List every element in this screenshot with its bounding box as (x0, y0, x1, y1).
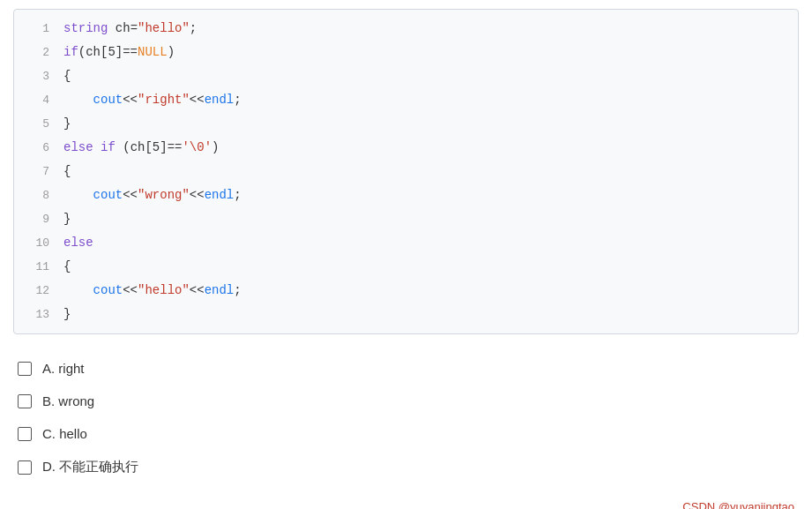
token-plain: { (63, 164, 71, 178)
line-content: } (63, 207, 71, 230)
token-plain: ) (168, 45, 175, 59)
code-line: 6else if (ch[5]=='\0') (14, 136, 798, 160)
token-null-kw: NULL (138, 45, 168, 59)
code-line: 9} (14, 207, 798, 231)
token-plain: ; (234, 283, 241, 297)
csdn-brand: CSDN @yuyanjingtao (682, 500, 794, 509)
token-plain: << (190, 93, 205, 107)
line-number: 10 (25, 232, 49, 255)
option-item-b[interactable]: B. wrong (18, 385, 794, 417)
line-content: cout<<"hello"<<endl; (63, 279, 242, 302)
token-plain: { (63, 69, 71, 83)
option-checkbox-d[interactable] (18, 460, 32, 475)
line-content: { (63, 64, 71, 87)
code-line: 12 cout<<"hello"<<endl; (14, 279, 798, 303)
token-char-lit: '\0' (182, 140, 212, 154)
token-plain: (ch[5]== (78, 45, 138, 59)
option-label-d: D. 不能正确执行 (42, 459, 138, 475)
line-number: 5 (25, 113, 49, 136)
line-content: { (63, 160, 71, 183)
token-plain: << (190, 188, 205, 202)
token-str: "wrong" (138, 188, 190, 202)
token-kw: else (63, 140, 93, 154)
token-plain: (ch[5]== (115, 140, 183, 154)
line-content: else (63, 231, 93, 254)
line-content: cout<<"wrong"<<endl; (63, 183, 242, 206)
token-plain: << (123, 283, 138, 297)
line-content: cout<<"right"<<endl; (63, 88, 242, 111)
line-content: } (63, 112, 71, 135)
token-plain (63, 93, 93, 107)
code-line: 3{ (14, 64, 798, 88)
token-endl-kw: endl (205, 93, 235, 107)
line-content: } (63, 303, 71, 326)
option-item-c[interactable]: C. hello (18, 417, 794, 450)
line-number: 7 (25, 161, 49, 183)
token-plain (63, 188, 93, 202)
option-checkbox-c[interactable] (18, 427, 32, 441)
token-plain: } (63, 212, 71, 226)
token-fn: cout (93, 283, 123, 297)
line-content: string ch="hello"; (63, 17, 197, 40)
code-line: 10else (14, 231, 798, 255)
token-plain: { (63, 259, 71, 273)
token-plain: ch= (108, 21, 138, 35)
line-number: 3 (25, 65, 49, 88)
option-label-b: B. wrong (42, 393, 94, 408)
option-checkbox-a[interactable] (18, 362, 32, 376)
token-plain (63, 283, 93, 297)
token-plain: } (63, 116, 71, 131)
line-number: 8 (25, 184, 49, 207)
token-str: "right" (138, 93, 190, 107)
line-content: { (63, 255, 71, 278)
code-line: 13} (14, 303, 798, 326)
code-line: 5} (14, 112, 798, 136)
option-label-a: A. right (42, 361, 85, 376)
line-number: 1 (25, 18, 49, 41)
token-plain: ; (234, 93, 241, 107)
token-fn: cout (93, 93, 123, 107)
line-content: if(ch[5]==NULL) (63, 41, 175, 64)
token-plain (93, 140, 101, 154)
token-plain: ; (234, 188, 241, 202)
line-content: else if (ch[5]=='\0') (63, 136, 219, 159)
token-kw: else (63, 236, 93, 250)
code-line: 7{ (14, 160, 798, 183)
footer: CSDN @yuyanjingtao (0, 493, 812, 509)
token-kw: string (63, 21, 108, 35)
line-number: 11 (25, 256, 49, 279)
line-number: 4 (25, 89, 49, 112)
token-endl-kw: endl (205, 188, 235, 202)
token-endl-kw: endl (205, 283, 235, 297)
code-line: 1string ch="hello"; (14, 17, 798, 41)
token-plain: ; (190, 21, 197, 35)
token-plain: ) (212, 140, 219, 154)
code-block: 1string ch="hello";2if(ch[5]==NULL)3{4 c… (13, 9, 799, 334)
code-line: 11{ (14, 255, 798, 279)
line-number: 9 (25, 208, 49, 231)
code-line: 4 cout<<"right"<<endl; (14, 88, 798, 112)
line-number: 13 (25, 303, 49, 326)
token-str: "hello" (138, 21, 190, 35)
code-line: 8 cout<<"wrong"<<endl; (14, 183, 798, 207)
line-number: 12 (25, 280, 49, 303)
line-number: 6 (25, 137, 49, 160)
option-item-d[interactable]: D. 不能正确执行 (18, 450, 794, 484)
token-plain: << (123, 93, 138, 107)
token-kw: if (101, 140, 115, 154)
option-label-c: C. hello (42, 426, 87, 441)
token-fn: cout (93, 188, 123, 202)
token-plain: << (190, 283, 205, 297)
token-plain: } (63, 307, 71, 321)
code-line: 2if(ch[5]==NULL) (14, 41, 798, 64)
token-plain: << (123, 188, 138, 202)
options-section: A. rightB. wrongC. helloD. 不能正确执行 (0, 343, 812, 493)
token-kw: if (63, 45, 78, 59)
line-number: 2 (25, 41, 49, 64)
option-item-a[interactable]: A. right (18, 352, 794, 385)
token-str: "hello" (138, 283, 190, 297)
option-checkbox-b[interactable] (18, 394, 32, 408)
